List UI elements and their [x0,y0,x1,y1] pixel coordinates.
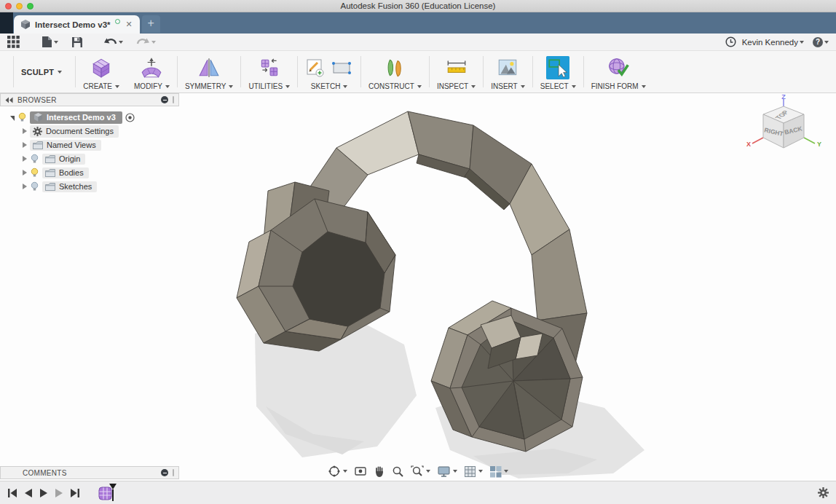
panel-grip-handle[interactable] [173,96,174,103]
playhead-marker-icon [109,484,117,489]
document-tab[interactable]: Intersect Demo v3* ✕ [14,15,140,34]
disclosure-closed-icon[interactable] [23,129,27,135]
bulb-on-icon[interactable] [17,112,27,123]
disclosure-closed-icon[interactable] [23,184,27,190]
tree-row-bodies[interactable]: Bodies [0,166,179,180]
browser-header[interactable]: BROWSER [0,93,179,106]
x-axis-label: X [746,141,751,148]
bulb-off-icon[interactable] [30,154,39,165]
disclosure-closed-icon[interactable] [23,170,27,176]
collapse-panel-icon[interactable] [5,97,13,103]
timeline-track[interactable] [98,484,117,503]
display-settings[interactable] [437,465,457,477]
bulb-off-icon[interactable] [30,181,39,192]
sketch-rectangle-icon [331,60,353,76]
sculpt-label: SCULPT [21,68,54,76]
grid-caret[interactable] [478,470,483,473]
tree-row-root[interactable]: Intersect Demo v3 [0,111,179,125]
undo-dropdown-caret[interactable] [119,41,123,44]
help-menu[interactable]: ? [813,37,829,47]
redo-button[interactable] [136,37,156,47]
timeline-settings-gear-icon[interactable] [818,487,829,498]
panel-minimize-icon[interactable] [161,96,168,103]
display-icon [437,465,451,477]
viewports-caret[interactable] [504,470,508,473]
view-cube[interactable]: Z X Y TOP RIGHT BACK [740,95,827,168]
document-tab-bar: Intersect Demo v3* ✕ + [0,12,836,34]
create-sketch-icon [305,57,327,79]
play-button[interactable] [39,488,48,498]
finish-form-button[interactable]: FINISH FORM [584,51,653,92]
step-forward-button[interactable] [55,488,63,498]
disclosure-closed-icon[interactable] [23,143,27,149]
symmetry-icon [197,56,221,79]
modify-menu[interactable]: MODIFY [127,51,177,92]
playhead-line [112,489,114,501]
new-tab-button[interactable]: + [142,15,160,33]
bulb-on-icon[interactable] [30,168,39,178]
sculpt-workspace-menu[interactable]: SCULPT [14,51,75,92]
help-icon: ? [813,37,823,47]
insert-menu[interactable]: INSERT [484,51,532,92]
fusion360-window: Autodesk Fusion 360 (Education License) … [0,0,836,504]
fit-caret[interactable] [426,470,430,473]
save-button[interactable] [71,36,83,48]
comments-grip-handle[interactable] [173,469,174,476]
modify-form-icon [140,56,163,79]
sketch-menu[interactable]: SKETCH [298,51,360,92]
undo-button[interactable] [103,37,123,47]
3d-viewport[interactable]: BROWSER [0,93,836,481]
disclosure-open-icon[interactable] [10,116,15,121]
timeline-playhead[interactable] [109,484,117,501]
tree-row-origin[interactable]: Origin [0,152,179,166]
orbit-caret[interactable] [343,470,347,473]
create-caret [115,85,119,88]
display-caret[interactable] [453,470,457,473]
apps-menu-button[interactable] [7,36,20,48]
browser-panel: BROWSER [0,93,179,194]
redo-dropdown-caret[interactable] [151,41,156,44]
symmetry-label: SYMMETRY [185,82,226,90]
create-menu[interactable]: CREATE [76,51,127,92]
comments-panel[interactable]: COMMENTS [0,466,179,479]
select-icon [546,56,569,79]
activate-component-icon[interactable] [125,113,135,122]
inspect-menu[interactable]: INSPECT [430,51,483,92]
look-at-icon[interactable] [354,465,367,477]
tree-row-document-settings[interactable]: Document Settings [0,125,179,138]
tree-row-sketches[interactable]: Sketches [0,180,179,194]
select-menu[interactable]: SELECT [533,51,583,92]
comments-title: COMMENTS [23,469,67,477]
close-tab-icon[interactable]: ✕ [126,20,133,28]
tree-row-named-views[interactable]: Named Views [0,138,179,152]
utilities-menu[interactable]: UTILITIES [241,51,297,92]
construct-menu[interactable]: CONSTRUCT [361,51,429,92]
go-to-start-button[interactable] [7,488,17,498]
component-cube-icon [33,113,43,122]
file-menu-button[interactable] [42,36,58,48]
pan-hand-icon[interactable] [374,465,385,478]
user-account-menu[interactable]: Kevin Kennedy [742,38,804,47]
finish-form-label: FINISH FORM [591,82,639,90]
named-views-label: Named Views [47,141,96,149]
sketch-label: SKETCH [311,82,341,90]
disclosure-closed-icon[interactable] [23,157,27,162]
symmetry-menu[interactable]: SYMMETRY [178,51,241,92]
grid-settings[interactable] [464,465,483,478]
viewports-settings[interactable] [489,465,508,478]
zoom-icon[interactable] [392,465,404,478]
modify-caret [165,85,170,88]
measure-icon [445,56,468,79]
bodies-label: Bodies [59,168,84,177]
step-back-button[interactable] [24,488,33,498]
fit-tool[interactable] [411,465,430,478]
symmetry-caret [229,85,233,88]
orbit-tool[interactable] [328,465,347,478]
modify-label: MODIFY [134,82,162,90]
folder-icon [45,155,55,163]
browser-tree: Intersect Demo v3 [0,106,179,194]
comments-minimize-icon[interactable] [161,469,168,476]
document-tab-title: Intersect Demo v3* [35,20,111,29]
job-status-clock-icon[interactable] [725,36,736,47]
go-to-end-button[interactable] [70,488,80,498]
